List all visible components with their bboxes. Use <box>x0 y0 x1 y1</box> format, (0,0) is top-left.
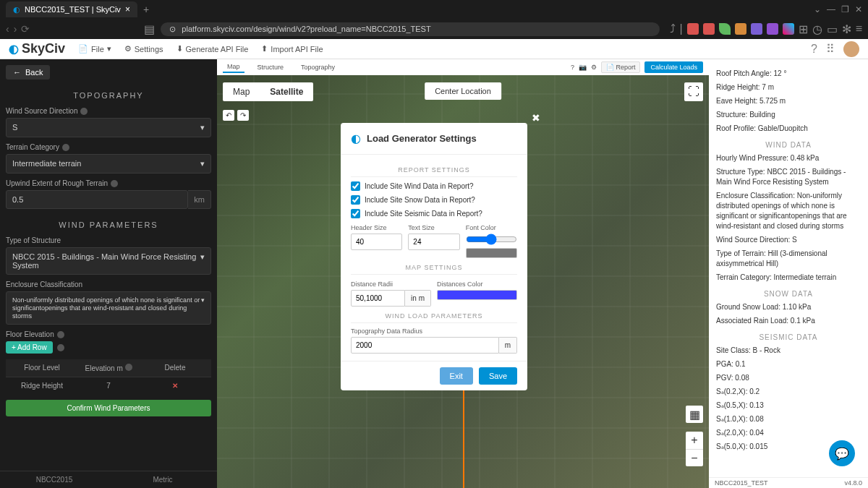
map-settings-header: MAP SETTINGS <box>351 264 517 275</box>
header-size-label: Header Size <box>351 224 402 231</box>
settings-modal: ◐ Load Generator Settings REPORT SETTING… <box>341 123 527 390</box>
modal-footer: Exit Save <box>341 361 527 390</box>
logo-icon: ◐ <box>351 132 361 145</box>
modal-header: ◐ Load Generator Settings <box>341 123 527 155</box>
modal-overlay: ✖ ◐ Load Generator Settings REPORT SETTI… <box>0 0 868 488</box>
save-button[interactable]: Save <box>479 367 517 385</box>
font-color-label: Font Color <box>466 224 517 231</box>
header-size-input[interactable] <box>351 234 402 250</box>
chk-snow[interactable]: Include Site Snow Data in Report? <box>351 195 517 205</box>
dist-radii-label: Distance Radii <box>351 281 431 288</box>
font-color-swatch[interactable] <box>466 248 517 258</box>
dist-color-label: Distances Color <box>437 281 517 288</box>
text-size-label: Text Size <box>408 224 459 231</box>
dist-unit: in m <box>405 290 431 307</box>
modal-close-icon[interactable]: ✖ <box>532 112 540 124</box>
chk-seismic[interactable]: Include Site Seismic Data in Report? <box>351 209 517 218</box>
text-size-input[interactable] <box>408 234 459 250</box>
topo-radius-label: Topography Data Radius <box>351 328 517 335</box>
exit-button[interactable]: Exit <box>440 367 473 385</box>
dist-color-swatch[interactable] <box>437 290 517 300</box>
wind-load-header: WIND LOAD PARAMETERS <box>351 312 517 323</box>
font-color-slider[interactable] <box>466 234 517 245</box>
chk-wind[interactable]: Include Site Wind Data in Report? <box>351 181 517 191</box>
topo-unit: m <box>499 337 517 354</box>
report-settings-header: REPORT SETTINGS <box>351 166 517 177</box>
dist-radii-input[interactable] <box>351 290 405 307</box>
modal-title: Load Generator Settings <box>367 133 477 144</box>
topo-radius-input[interactable] <box>351 337 499 354</box>
